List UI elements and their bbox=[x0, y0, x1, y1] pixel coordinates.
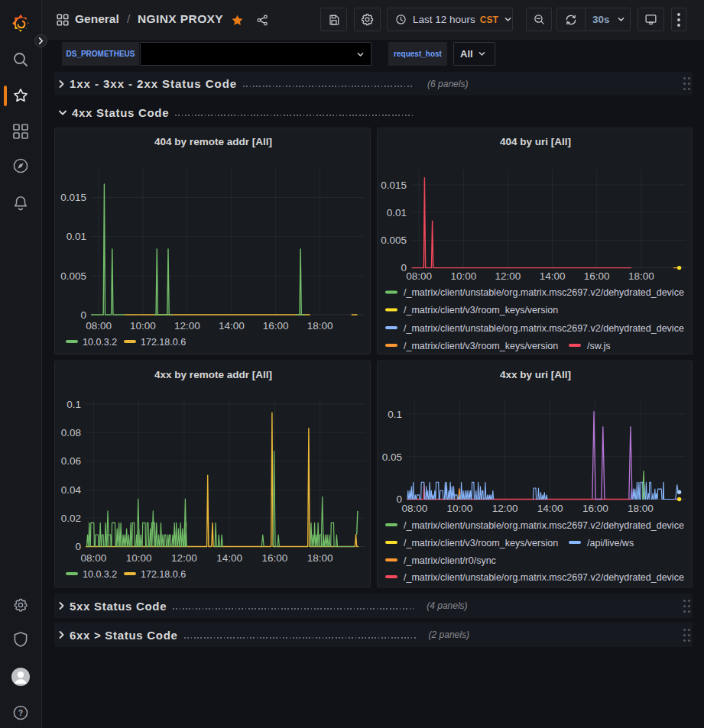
svg-text:4xx by remote addr [All]: 4xx by remote addr [All] bbox=[154, 369, 272, 380]
svg-text:14:00: 14:00 bbox=[216, 552, 242, 564]
svg-text:172.18.0.6: 172.18.0.6 bbox=[141, 337, 186, 348]
svg-text:10:00: 10:00 bbox=[447, 503, 473, 514]
svg-text:08:00: 08:00 bbox=[406, 270, 432, 282]
svg-text:0.04: 0.04 bbox=[61, 484, 82, 496]
svg-text:404 by remote addr [All]: 404 by remote addr [All] bbox=[154, 136, 272, 147]
svg-text:0.08: 0.08 bbox=[61, 427, 81, 438]
svg-text:12:00: 12:00 bbox=[174, 320, 200, 332]
svg-text:12:00: 12:00 bbox=[495, 270, 521, 282]
svg-text:0.005: 0.005 bbox=[381, 235, 407, 246]
svg-text:18:00: 18:00 bbox=[628, 270, 654, 282]
svg-text:14:00: 14:00 bbox=[537, 503, 563, 514]
svg-text:18:00: 18:00 bbox=[307, 552, 333, 564]
svg-text:/_matrix/client/unstable/org.m: /_matrix/client/unstable/org.matrix.msc2… bbox=[404, 572, 684, 583]
svg-text:172.18.0.6: 172.18.0.6 bbox=[141, 569, 186, 580]
svg-text:10:00: 10:00 bbox=[450, 270, 476, 282]
svg-text:/_matrix/client/unstable/org.m: /_matrix/client/unstable/org.matrix.msc2… bbox=[404, 520, 684, 531]
svg-text:14:00: 14:00 bbox=[219, 320, 245, 332]
svg-text:/_matrix/client/unstable/org.m: /_matrix/client/unstable/org.matrix.msc2… bbox=[404, 287, 684, 298]
svg-text:18:00: 18:00 bbox=[628, 503, 654, 514]
svg-text:16:00: 16:00 bbox=[584, 270, 610, 282]
svg-text:/sw.js: /sw.js bbox=[587, 341, 611, 351]
svg-text:4xx by uri [All]: 4xx by uri [All] bbox=[500, 369, 571, 380]
svg-text:404 by uri [All]: 404 by uri [All] bbox=[500, 136, 571, 147]
svg-text:/_matrix/client/r0/sync: /_matrix/client/r0/sync bbox=[404, 555, 496, 566]
svg-text:0.05: 0.05 bbox=[382, 451, 402, 463]
svg-text:0.015: 0.015 bbox=[381, 180, 407, 191]
svg-text:0.02: 0.02 bbox=[61, 513, 81, 524]
svg-text:12:00: 12:00 bbox=[171, 552, 197, 564]
svg-text:0.1: 0.1 bbox=[388, 409, 402, 420]
svg-text:/_matrix/client/v3/room_keys/v: /_matrix/client/v3/room_keys/version bbox=[404, 305, 558, 315]
svg-text:0.015: 0.015 bbox=[60, 192, 86, 203]
svg-text:10.0.3.2: 10.0.3.2 bbox=[83, 337, 117, 348]
svg-text:0.01: 0.01 bbox=[387, 207, 407, 218]
svg-text:16:00: 16:00 bbox=[582, 503, 608, 514]
svg-text:0: 0 bbox=[75, 541, 81, 552]
svg-text:0.06: 0.06 bbox=[61, 455, 81, 467]
svg-text:/_matrix/client/v3/room_keys/v: /_matrix/client/v3/room_keys/version bbox=[404, 341, 558, 351]
svg-text:10:00: 10:00 bbox=[130, 320, 156, 332]
svg-text:08:00: 08:00 bbox=[401, 503, 427, 514]
svg-text:12:00: 12:00 bbox=[492, 503, 518, 514]
svg-text:0.01: 0.01 bbox=[67, 231, 86, 242]
svg-text:16:00: 16:00 bbox=[263, 320, 289, 332]
svg-text:10.0.3.2: 10.0.3.2 bbox=[83, 569, 117, 580]
svg-text:16:00: 16:00 bbox=[262, 552, 288, 564]
svg-text:18:00: 18:00 bbox=[307, 320, 333, 332]
svg-text:08:00: 08:00 bbox=[86, 320, 112, 332]
svg-text:/_matrix/client/unstable/org.m: /_matrix/client/unstable/org.matrix.msc2… bbox=[404, 323, 684, 334]
svg-text:/api/live/ws: /api/live/ws bbox=[587, 538, 634, 548]
svg-text:14:00: 14:00 bbox=[540, 270, 566, 282]
svg-text:08:00: 08:00 bbox=[81, 552, 107, 564]
svg-text:0.005: 0.005 bbox=[60, 270, 86, 282]
svg-text:0.1: 0.1 bbox=[67, 399, 81, 410]
svg-text:10:00: 10:00 bbox=[126, 552, 152, 564]
svg-text:/_matrix/client/v3/room_keys/v: /_matrix/client/v3/room_keys/version bbox=[404, 538, 558, 548]
svg-text:?: ? bbox=[18, 708, 23, 717]
